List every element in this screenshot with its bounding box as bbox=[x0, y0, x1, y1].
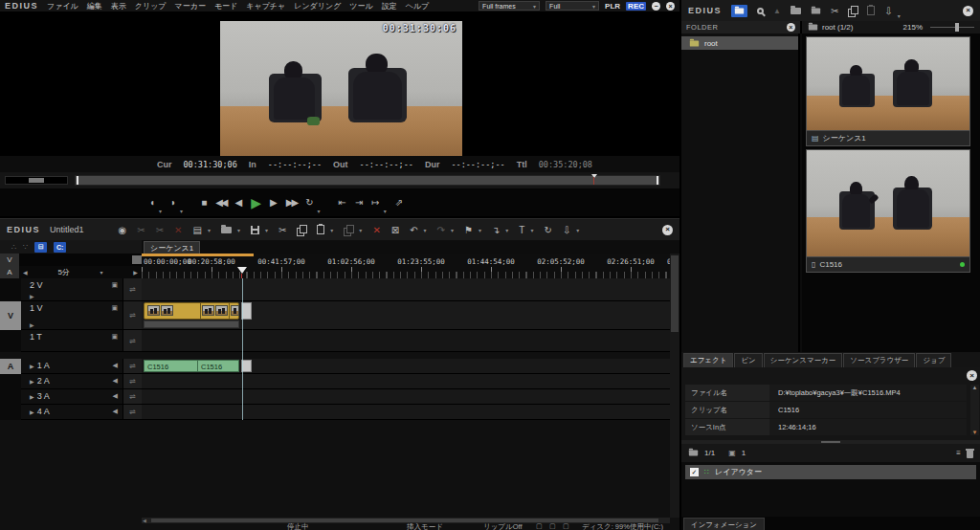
loop-button[interactable]: ↻ bbox=[305, 198, 313, 208]
speaker-icon[interactable]: ◀ bbox=[113, 362, 118, 369]
menu-view[interactable]: 表示 bbox=[111, 1, 126, 11]
track-2a-content[interactable] bbox=[142, 374, 670, 389]
menu-render[interactable]: レンダリング bbox=[294, 1, 341, 11]
previous-frame-button[interactable]: ◀ bbox=[235, 198, 243, 208]
chevron-down-icon[interactable]: ▾ bbox=[159, 208, 162, 216]
track-2v-content[interactable] bbox=[142, 278, 670, 301]
expand-track-icon[interactable]: ▶ bbox=[30, 409, 34, 415]
dur-timecode[interactable]: --:--:--;-- bbox=[451, 160, 504, 169]
info-scrollbar[interactable]: ▲ ▼ bbox=[970, 385, 979, 435]
folder-panel-close-button[interactable]: × bbox=[787, 23, 795, 32]
set-out-button[interactable]: ◗ bbox=[170, 198, 176, 208]
out-timecode[interactable]: --:--:--;-- bbox=[360, 160, 413, 169]
sync-lock-icon[interactable]: ⇌ bbox=[122, 278, 142, 301]
paste-icon[interactable] bbox=[317, 225, 324, 234]
chevron-down-icon[interactable]: ▾ bbox=[359, 227, 362, 235]
chevron-down-icon[interactable]: ▾ bbox=[451, 227, 454, 235]
goto-in-button[interactable]: ⇤ bbox=[339, 198, 346, 208]
undo-icon[interactable]: ↶ bbox=[410, 225, 417, 235]
new-folder-icon[interactable] bbox=[812, 8, 820, 13]
chevron-down-icon[interactable]: ▾ bbox=[265, 227, 268, 235]
track-4a-content[interactable] bbox=[142, 405, 670, 420]
position-bar[interactable] bbox=[75, 175, 660, 186]
menu-settings[interactable]: 設定 bbox=[382, 1, 397, 11]
chevron-down-icon[interactable]: ▾ bbox=[505, 227, 508, 235]
scale-left-arrow-icon[interactable]: ◀ bbox=[23, 269, 28, 276]
open-folder-icon[interactable] bbox=[791, 8, 801, 14]
track-4a-header[interactable]: ▶4 A ◀ bbox=[21, 405, 122, 420]
monitor-icon[interactable]: ▣ bbox=[111, 281, 118, 289]
scale-right-arrow-icon[interactable]: ▶ bbox=[133, 269, 138, 276]
track-patch-icon[interactable]: ▤ bbox=[192, 225, 201, 235]
export-button[interactable]: ⇗ bbox=[395, 198, 403, 208]
playhead-line[interactable] bbox=[242, 278, 243, 420]
tab-sequence-1[interactable]: シーケンス1 bbox=[144, 241, 200, 254]
save-project-icon[interactable] bbox=[251, 226, 259, 234]
rewind-button[interactable]: ◀◀ bbox=[215, 198, 226, 208]
speaker-icon[interactable]: ◀ bbox=[113, 392, 118, 400]
cur-timecode[interactable]: 00:31:30;06 bbox=[184, 160, 237, 169]
effect-enabled-checkbox[interactable]: ✓ bbox=[690, 468, 699, 476]
shuttle-handle[interactable] bbox=[29, 178, 44, 183]
tab-job[interactable]: ジョブ bbox=[916, 353, 951, 367]
chevron-down-icon[interactable]: ▾ bbox=[576, 227, 579, 235]
sync-lock-icon[interactable]: ⇌ bbox=[122, 374, 142, 389]
tab-effects[interactable]: エフェクト bbox=[683, 353, 733, 367]
search-icon[interactable] bbox=[757, 8, 764, 14]
sync-lock-icon[interactable]: ⇌ bbox=[122, 301, 142, 330]
stop-button[interactable]: ■ bbox=[201, 198, 207, 208]
track-1a-content[interactable]: C1516 C1516 bbox=[142, 359, 670, 374]
tree-item-root[interactable]: root bbox=[681, 36, 798, 50]
paste-icon[interactable] bbox=[867, 6, 875, 15]
next-edit-point-button[interactable]: ↦ bbox=[371, 198, 379, 208]
edit-mode-icon[interactable]: ↴ bbox=[492, 225, 500, 235]
sync-lock-icon[interactable]: ⇌ bbox=[122, 389, 142, 405]
copy-icon[interactable] bbox=[848, 6, 858, 15]
play-button[interactable]: ▶ bbox=[251, 196, 261, 210]
menu-edit[interactable]: 編集 bbox=[87, 1, 102, 11]
chevron-down-icon[interactable]: ▾ bbox=[330, 227, 333, 235]
menu-clip[interactable]: クリップ bbox=[135, 1, 167, 11]
chevron-down-icon[interactable]: ▾ bbox=[424, 227, 427, 235]
clip-mode-toggle[interactable]: C: bbox=[54, 242, 66, 253]
video-patch-badge[interactable]: V bbox=[0, 301, 21, 330]
rec-button[interactable]: REC bbox=[626, 2, 646, 11]
close-button[interactable]: × bbox=[666, 2, 675, 11]
position-playhead[interactable] bbox=[591, 174, 597, 178]
bin-close-button[interactable]: × bbox=[963, 6, 973, 16]
bin-clip-sequence[interactable]: ▤ シーケンス1 bbox=[806, 36, 970, 146]
information-close-button[interactable]: × bbox=[967, 370, 977, 381]
monitor-icon[interactable]: ▣ bbox=[111, 304, 118, 312]
thumbnail-zoom-slider[interactable] bbox=[930, 27, 974, 28]
track-2v-header[interactable]: 2 V ▶ ▣ bbox=[21, 278, 122, 301]
cut-icon[interactable]: ✂ bbox=[831, 6, 838, 16]
ripple-delete-icon[interactable]: ⊠ bbox=[391, 225, 399, 235]
copy-icon[interactable] bbox=[297, 225, 306, 234]
title-tool-icon[interactable]: T bbox=[519, 225, 524, 235]
list-view-icon[interactable]: ≡ bbox=[956, 449, 961, 457]
timeline-close-button[interactable]: × bbox=[662, 225, 673, 235]
speaker-icon[interactable]: ◀ bbox=[113, 408, 118, 415]
monitor-icon[interactable]: ▣ bbox=[111, 333, 118, 341]
timeline-ruler[interactable]: 00:00:00;00 00:20:58;00 00:41:57;00 01:0… bbox=[142, 254, 670, 278]
tab-sequence-marker[interactable]: シーケンスマーカー bbox=[764, 353, 843, 367]
menu-tools[interactable]: ツール bbox=[349, 1, 372, 11]
link-icon[interactable]: ∵ bbox=[23, 243, 28, 252]
time-scale-selector[interactable]: ◀ 5分 ▾ ▶ bbox=[19, 267, 142, 277]
tab-information[interactable]: インフォメーション bbox=[683, 518, 765, 530]
chevron-down-icon[interactable]: ▾ bbox=[208, 227, 211, 235]
remove-cut-point-icon[interactable]: ✕ bbox=[174, 225, 182, 235]
expand-track-icon[interactable]: ▶ bbox=[30, 364, 34, 369]
minimize-button[interactable]: − bbox=[652, 2, 660, 11]
next-frame-button[interactable]: ▶ bbox=[270, 198, 278, 208]
cut-icon[interactable]: ✂ bbox=[278, 225, 286, 235]
tab-bin[interactable]: ピン bbox=[734, 353, 762, 367]
menu-capture[interactable]: キャプチャ bbox=[246, 1, 285, 11]
replace-icon[interactable] bbox=[344, 225, 353, 234]
track-1v-content[interactable] bbox=[142, 301, 670, 330]
scroll-up-icon[interactable]: ▲ bbox=[972, 385, 978, 390]
scroll-down-icon[interactable]: ▼ bbox=[972, 430, 978, 435]
chevron-down-icon[interactable]: ▾ bbox=[180, 208, 183, 216]
expand-track-icon[interactable]: ▶ bbox=[30, 293, 34, 299]
insert-overwrite-toggle[interactable]: ⊟ bbox=[34, 242, 47, 253]
